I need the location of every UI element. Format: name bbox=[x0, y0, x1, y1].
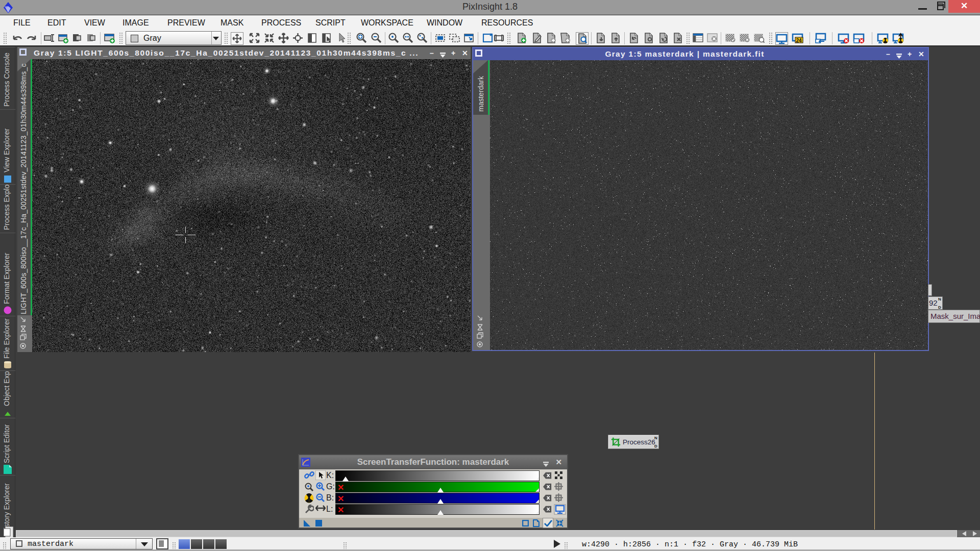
svg-text:24: 24 bbox=[796, 38, 802, 43]
